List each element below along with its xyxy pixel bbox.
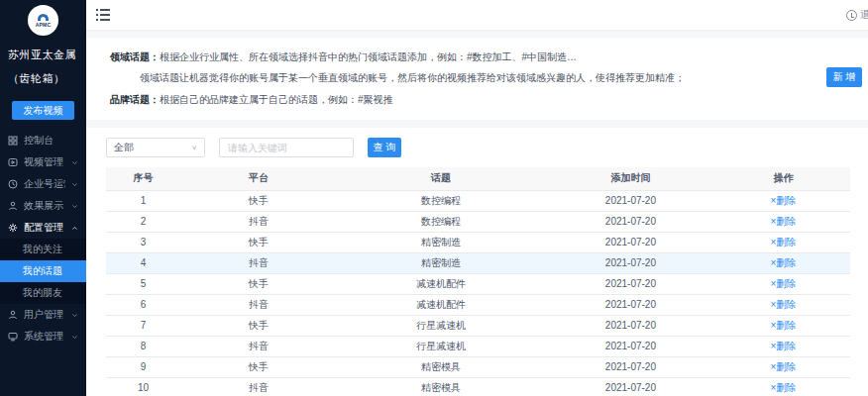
delete-link[interactable]: ×删除 — [770, 195, 796, 206]
serial-cell: 7 — [106, 315, 180, 336]
platform-select-value: 全部 — [114, 141, 134, 154]
sidebar-menu: 控制台 视频管理 企业号运营 效果展示 — [0, 126, 86, 396]
date-cell: 2021-07-20 — [545, 232, 716, 252]
date-cell: 2021-07-20 — [545, 294, 716, 315]
serial-cell: 10 — [106, 377, 180, 396]
monitor-icon — [8, 332, 18, 342]
gear-icon — [8, 223, 18, 233]
sidebar-item-config-management[interactable]: 配置管理 — [0, 217, 86, 239]
app-window: APMC 苏州亚太金属（齿轮箱） 发布视频 控制台 视频管理 — [0, 0, 868, 396]
header-serial: 序号 — [106, 167, 180, 190]
sidebar-subitem-my-follows[interactable]: 我的关注 — [0, 239, 86, 260]
header-action: 操作 — [716, 167, 850, 190]
logo-text: APMC — [36, 22, 52, 28]
person-icon — [8, 201, 18, 211]
table-row: 1 快手 数控编程 2021-07-20 ×删除 — [106, 190, 850, 211]
date-cell: 2021-07-20 — [545, 211, 716, 232]
sidebar-subitem-my-topics[interactable]: 我的话题 — [0, 260, 86, 282]
action-cell: ×删除 — [716, 252, 850, 273]
action-cell: ×删除 — [716, 190, 850, 211]
publish-video-button[interactable]: 发布视频 — [12, 101, 74, 120]
delete-link[interactable]: ×删除 — [770, 361, 796, 372]
delete-link[interactable]: ×删除 — [770, 257, 796, 268]
serial-cell: 8 — [106, 336, 180, 356]
serial-cell: 4 — [106, 252, 180, 273]
action-cell: ×删除 — [716, 273, 850, 294]
chevron-down-icon — [71, 310, 78, 321]
sidebar-item-label: 企业号运营 — [24, 177, 65, 191]
action-cell: ×删除 — [716, 315, 850, 336]
delete-link[interactable]: ×删除 — [770, 299, 796, 310]
collapse-menu-icon[interactable] — [96, 9, 110, 21]
logo: APMC — [0, 0, 86, 36]
action-cell: ×删除 — [716, 294, 850, 315]
sidebar-item-label: 配置管理 — [24, 221, 65, 235]
search-button[interactable]: 查 询 — [368, 138, 401, 157]
platform-select[interactable]: 全部 ∨ — [106, 138, 205, 157]
topics-table: 序号 平台 话题 添加时间 操作 1 快手 数控编程 2021-07-20 ×删… — [106, 167, 850, 396]
date-cell: 2021-07-20 — [545, 377, 716, 396]
topbar: 退 — [86, 0, 868, 30]
sidebar-item-label: 用户管理 — [24, 308, 65, 322]
notice-field-line1: 领域话题：根据企业行业属性、所在领域选择抖音中的热门领域话题添加，例如：#数控加… — [110, 47, 809, 67]
header-topic: 话题 — [337, 167, 545, 190]
chevron-down-icon — [71, 157, 78, 168]
platform-cell: 快手 — [180, 232, 337, 252]
serial-cell: 3 — [106, 232, 180, 252]
serial-cell: 2 — [106, 211, 180, 232]
action-cell: ×删除 — [716, 211, 850, 232]
user-avatar-icon — [846, 10, 857, 21]
table-row: 4 抖音 精密制造 2021-07-20 ×删除 — [106, 252, 850, 273]
platform-cell: 快手 — [180, 356, 337, 377]
sidebar: APMC 苏州亚太金属（齿轮箱） 发布视频 控制台 视频管理 — [0, 0, 86, 396]
company-name: 苏州亚太金属（齿轮箱） — [0, 36, 86, 90]
table-header-row: 序号 平台 话题 添加时间 操作 — [106, 167, 850, 190]
topic-cell: 数控编程 — [337, 190, 545, 211]
notice-card: 领域话题：根据企业行业属性、所在领域选择抖音中的热门领域话题添加，例如：#数控加… — [86, 38, 868, 120]
header-platform: 平台 — [180, 167, 337, 190]
serial-cell: 6 — [106, 294, 180, 315]
delete-link[interactable]: ×删除 — [770, 341, 796, 351]
notice-brand-line: 品牌话题：根据自己的品牌建立属于自己的话题，例如：#聚视推 — [110, 89, 809, 110]
chevron-down-icon — [71, 332, 78, 343]
sidebar-subitem-my-friends[interactable]: 我的朋友 — [0, 282, 86, 304]
topic-cell: 减速机配件 — [337, 294, 545, 315]
table-row: 3 快手 精密制造 2021-07-20 ×删除 — [106, 232, 850, 252]
topic-cell: 精密制造 — [337, 252, 545, 273]
delete-link[interactable]: ×删除 — [770, 278, 796, 289]
serial-cell: 9 — [106, 356, 180, 377]
chevron-up-icon — [71, 223, 78, 234]
action-cell: ×删除 — [716, 377, 850, 396]
video-icon — [8, 157, 18, 167]
sidebar-item-system-management[interactable]: 系统管理 — [0, 326, 86, 347]
topic-cell: 数控编程 — [337, 211, 545, 232]
sidebar-item-label: 控制台 — [24, 134, 78, 148]
user-area[interactable]: 退 — [846, 8, 868, 22]
action-cell: ×删除 — [716, 356, 850, 377]
add-new-button[interactable]: 新 增 — [826, 67, 862, 87]
sidebar-item-label: 效果展示 — [24, 199, 65, 213]
sidebar-item-user-management[interactable]: 用户管理 — [0, 304, 86, 326]
sidebar-item-label: 视频管理 — [24, 155, 65, 169]
dashboard-icon — [8, 136, 18, 146]
topic-cell: 减速机配件 — [337, 273, 545, 294]
delete-link[interactable]: ×删除 — [770, 216, 796, 227]
sidebar-item-console[interactable]: 控制台 — [0, 130, 86, 151]
keyword-search-input[interactable] — [219, 138, 354, 157]
delete-link[interactable]: ×删除 — [770, 382, 796, 393]
sidebar-item-label: 系统管理 — [24, 330, 65, 344]
table-row: 5 快手 减速机配件 2021-07-20 ×删除 — [106, 273, 850, 294]
sidebar-item-enterprise-operation[interactable]: 企业号运营 — [0, 173, 86, 195]
sidebar-item-video-management[interactable]: 视频管理 — [0, 151, 86, 173]
delete-link[interactable]: ×删除 — [770, 237, 796, 248]
topic-cell: 行星减速机 — [337, 336, 545, 356]
table-row: 8 抖音 行星减速机 2021-07-20 ×删除 — [106, 336, 850, 356]
main-area: 退 领域话题：根据企业行业属性、所在领域选择抖音中的热门领域话题添加，例如：#数… — [86, 0, 868, 396]
user-area-text: 退 — [860, 8, 868, 22]
platform-cell: 抖音 — [180, 336, 337, 356]
date-cell: 2021-07-20 — [545, 252, 716, 273]
delete-link[interactable]: ×删除 — [770, 320, 796, 331]
sidebar-item-effect-display[interactable]: 效果展示 — [0, 195, 86, 217]
clock-icon — [8, 179, 18, 189]
date-cell: 2021-07-20 — [545, 315, 716, 336]
